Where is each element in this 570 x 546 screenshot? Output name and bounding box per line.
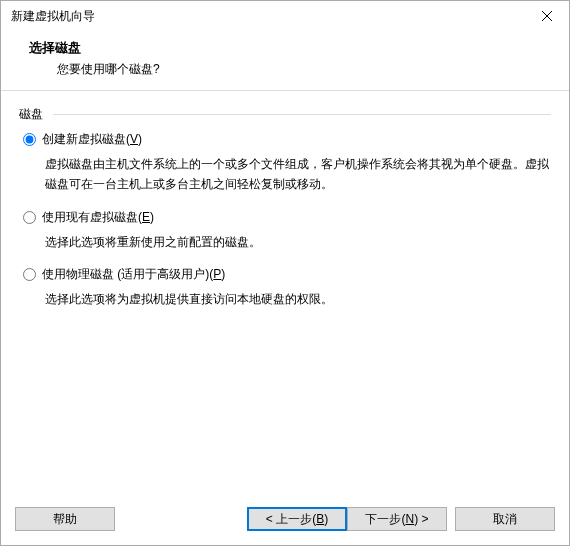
option-use-existing-desc: 选择此选项将重新使用之前配置的磁盘。: [45, 232, 551, 252]
cancel-button[interactable]: 取消: [455, 507, 555, 531]
content-area: 磁盘 创建新虚拟磁盘(V) 虚拟磁盘由主机文件系统上的一个或多个文件组成，客户机…: [1, 91, 569, 497]
option-create-new: 创建新虚拟磁盘(V) 虚拟磁盘由主机文件系统上的一个或多个文件组成，客户机操作系…: [23, 131, 551, 195]
close-icon: [542, 11, 552, 21]
option-use-existing: 使用现有虚拟磁盘(E) 选择此选项将重新使用之前配置的磁盘。: [23, 209, 551, 252]
option-physical-row[interactable]: 使用物理磁盘 (适用于高级用户)(P): [23, 266, 551, 283]
titlebar: 新建虚拟机向导: [1, 1, 569, 31]
option-physical-desc: 选择此选项将为虚拟机提供直接访问本地硬盘的权限。: [45, 289, 551, 309]
radio-use-existing[interactable]: [23, 211, 36, 224]
option-use-existing-row[interactable]: 使用现有虚拟磁盘(E): [23, 209, 551, 226]
option-physical-label: 使用物理磁盘 (适用于高级用户)(P): [42, 266, 225, 283]
radio-create-new[interactable]: [23, 133, 36, 146]
disk-fieldset: 磁盘 创建新虚拟磁盘(V) 虚拟磁盘由主机文件系统上的一个或多个文件组成，客户机…: [19, 107, 551, 310]
wizard-header: 选择磁盘 您要使用哪个磁盘?: [1, 31, 569, 90]
footer: 帮助 < 上一步(B) 下一步(N) > 取消: [1, 497, 569, 545]
window-title: 新建虚拟机向导: [11, 8, 95, 25]
page-title: 选择磁盘: [29, 39, 549, 57]
close-button[interactable]: [525, 1, 569, 31]
back-button[interactable]: < 上一步(B): [247, 507, 347, 531]
fieldset-legend: 磁盘: [19, 106, 49, 123]
option-create-new-row[interactable]: 创建新虚拟磁盘(V): [23, 131, 551, 148]
option-create-new-desc: 虚拟磁盘由主机文件系统上的一个或多个文件组成，客户机操作系统会将其视为单个硬盘。…: [45, 154, 551, 195]
option-physical: 使用物理磁盘 (适用于高级用户)(P) 选择此选项将为虚拟机提供直接访问本地硬盘…: [23, 266, 551, 309]
radio-physical[interactable]: [23, 268, 36, 281]
option-use-existing-label: 使用现有虚拟磁盘(E): [42, 209, 154, 226]
help-button[interactable]: 帮助: [15, 507, 115, 531]
option-create-new-label: 创建新虚拟磁盘(V): [42, 131, 142, 148]
page-subtitle: 您要使用哪个磁盘?: [29, 61, 549, 78]
next-button[interactable]: 下一步(N) >: [347, 507, 447, 531]
